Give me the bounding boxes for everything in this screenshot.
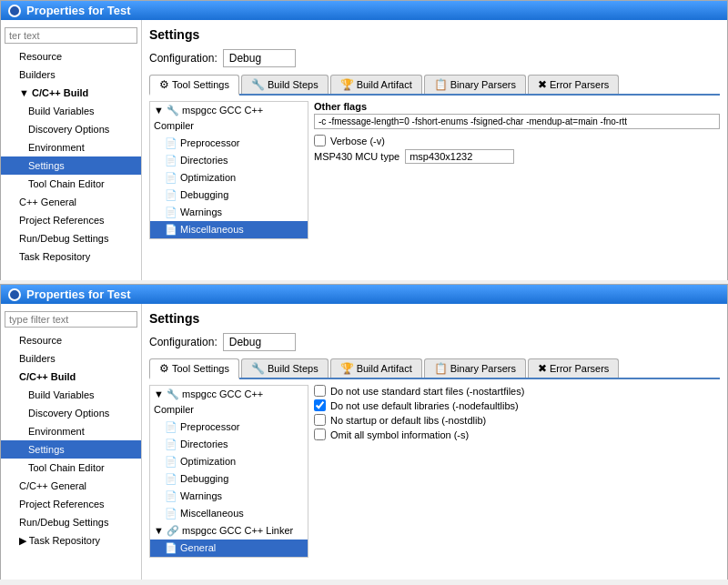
sidebar-item[interactable]: Discovery Options	[1, 120, 141, 138]
tree-item[interactable]: 📄 Directories	[150, 152, 308, 169]
sidebar-item[interactable]: Task Repository	[1, 247, 141, 266]
top-flags-label: Other flags	[314, 101, 720, 112]
top-config-value[interactable]: Debug	[223, 49, 296, 67]
sidebar-item[interactable]: Project References	[1, 211, 141, 229]
sidebar-item[interactable]: C++ General	[1, 193, 141, 211]
tree-item[interactable]: ▼ 🔧 mspgcc GCC C++ Compiler	[150, 386, 308, 419]
top-main-content: Settings Configuration: Debug ⚙Tool Sett…	[142, 20, 727, 280]
tree-item[interactable]: 📄 Directories	[150, 436, 308, 453]
tree-item[interactable]: 📄 Debugging	[150, 470, 308, 488]
tree-item[interactable]: 📄 General	[150, 540, 308, 557]
tab-error-parsers[interactable]: ✖Error Parsers	[528, 75, 619, 94]
tab-label: Binary Parsers	[450, 79, 516, 90]
tab-build-steps[interactable]: 🔧Build Steps	[241, 75, 329, 94]
tab-build-artifact[interactable]: 🏆Build Artifact	[330, 75, 422, 94]
tree-item[interactable]: ▼ 🔗 mspgcc GCC C++ Linker	[150, 522, 308, 540]
bottom-panel: Properties for Test ResourceBuildersC/C+…	[0, 284, 728, 580]
option-checkbox[interactable]	[314, 399, 326, 411]
sidebar-item[interactable]: Project References	[1, 495, 141, 513]
tab-error-parsers[interactable]: ✖Error Parsers	[528, 358, 619, 378]
sidebar-item[interactable]: Discovery Options	[1, 404, 141, 422]
sidebar-item[interactable]: ▼ C/C++ Build	[1, 84, 141, 102]
top-mcu-input[interactable]	[405, 149, 514, 164]
top-filter-input[interactable]	[5, 27, 137, 44]
tab-build-artifact[interactable]: 🏆Build Artifact	[330, 358, 422, 378]
sidebar-item[interactable]: Tool Chain Editor	[1, 175, 141, 193]
bottom-title: Properties for Test	[26, 287, 131, 301]
tree-item[interactable]: 📄 Debugging	[150, 187, 308, 204]
tab-tool-settings[interactable]: ⚙Tool Settings	[149, 75, 239, 96]
tab-label: Error Parsers	[550, 79, 609, 90]
top-titlebar: Properties for Test	[1, 1, 727, 20]
top-tabs: ⚙Tool Settings🔧Build Steps🏆Build Artifac…	[149, 75, 720, 96]
top-config-row: Configuration: Debug	[149, 49, 720, 67]
top-verbose-checkbox[interactable]	[314, 135, 326, 146]
bottom-panel-body: ResourceBuildersC/C++ BuildBuild Variabl…	[1, 304, 727, 580]
bottom-config-row: Configuration: Debug	[149, 333, 720, 351]
option-checkbox[interactable]	[314, 429, 326, 440]
bottom-sidebar: ResourceBuildersC/C++ BuildBuild Variabl…	[1, 304, 142, 580]
sidebar-item[interactable]: Run/Debug Settings	[1, 229, 141, 247]
sidebar-item[interactable]: Run/Debug Settings	[1, 513, 141, 531]
tree-item[interactable]: 📄 Optimization	[150, 169, 308, 187]
sidebar-item[interactable]: Build Variables	[1, 102, 141, 120]
tab-binary-parsers[interactable]: 📋Binary Parsers	[424, 75, 526, 94]
top-settings-title: Settings	[149, 27, 720, 42]
tab-tool-settings[interactable]: ⚙Tool Settings	[149, 358, 239, 379]
sidebar-item[interactable]: Environment	[1, 422, 141, 440]
bottom-sidebar-list: ResourceBuildersC/C++ BuildBuild Variabl…	[1, 331, 141, 550]
tab-icon: 🔧	[251, 362, 265, 375]
top-mcu-label: MSP430 MCU type	[314, 151, 399, 162]
tab-build-steps[interactable]: 🔧Build Steps	[241, 358, 329, 378]
top-config-label: Configuration:	[149, 52, 217, 65]
option-label: Omit all symbol information (-s)	[330, 429, 469, 440]
tree-item[interactable]: 📄 Miscellaneous	[150, 221, 308, 238]
bottom-settings-title: Settings	[149, 311, 720, 326]
bottom-config-label: Configuration:	[149, 336, 217, 348]
top-sidebar-list: ResourceBuilders▼ C/C++ BuildBuild Varia…	[1, 47, 141, 266]
tree-item[interactable]: ▼ 🔧 mspgcc GCC C++ Compiler	[150, 102, 308, 135]
tab-label: Build Steps	[268, 363, 318, 374]
tab-label: Build Artifact	[357, 363, 412, 374]
top-mcu-row: MSP430 MCU type	[314, 149, 720, 164]
tree-item[interactable]: 📄 Preprocessor	[150, 135, 308, 152]
sidebar-item[interactable]: Resource	[1, 331, 141, 349]
top-sidebar: ResourceBuilders▼ C/C++ BuildBuild Varia…	[1, 20, 142, 280]
top-content-pane: Other flags -c -fmessage-length=0 -fshor…	[314, 101, 720, 239]
option-checkbox[interactable]	[314, 385, 326, 397]
sidebar-item[interactable]: Build Variables	[1, 386, 141, 404]
sidebar-item[interactable]: C/C++ Build	[1, 368, 141, 386]
tree-item[interactable]: 📄 Miscellaneous	[150, 505, 308, 522]
sidebar-item[interactable]: Builders	[1, 66, 141, 84]
option-checkbox[interactable]	[314, 414, 326, 426]
sidebar-item[interactable]: Resource	[1, 47, 141, 66]
tree-item[interactable]: 📄 Warnings	[150, 204, 308, 221]
tab-binary-parsers[interactable]: 📋Binary Parsers	[424, 358, 526, 378]
bottom-config-value[interactable]: Debug	[223, 333, 296, 351]
sidebar-item[interactable]: Settings	[1, 156, 141, 175]
checkbox-row: No startup or default libs (-nostdlib)	[314, 414, 720, 426]
tab-label: Error Parsers	[550, 363, 609, 374]
sidebar-item[interactable]: Builders	[1, 349, 141, 368]
tab-label: Binary Parsers	[450, 363, 516, 374]
top-flags-row: Other flags -c -fmessage-length=0 -fshor…	[314, 101, 720, 129]
sidebar-item[interactable]: Environment	[1, 138, 141, 156]
tab-icon: 🔧	[251, 78, 265, 91]
option-label: No startup or default libs (-nostdlib)	[330, 415, 486, 426]
tab-label: Build Steps	[268, 79, 318, 90]
bottom-titlebar-icon	[8, 288, 21, 301]
top-panel-body: ResourceBuilders▼ C/C++ BuildBuild Varia…	[1, 20, 727, 280]
sidebar-item[interactable]: Settings	[1, 440, 141, 459]
sidebar-item[interactable]: ▶ Task Repository	[1, 531, 141, 550]
sidebar-item[interactable]: C/C++ General	[1, 477, 141, 495]
tab-icon: ⚙	[159, 362, 169, 375]
tree-item[interactable]: 📄 Optimization	[150, 453, 308, 470]
bottom-content-pane: Do not use standard start files (-nostar…	[314, 385, 720, 558]
tab-icon: 📋	[434, 362, 448, 375]
bottom-tree-pane: ▼ 🔧 mspgcc GCC C++ Compiler 📄 Preprocess…	[149, 385, 308, 558]
tree-item[interactable]: 📄 Preprocessor	[150, 419, 308, 436]
sidebar-item[interactable]: Tool Chain Editor	[1, 459, 141, 477]
bottom-filter-input[interactable]	[5, 311, 137, 328]
checkbox-row: Do not use default libraries (-nodefault…	[314, 399, 720, 411]
tree-item[interactable]: 📄 Warnings	[150, 488, 308, 505]
